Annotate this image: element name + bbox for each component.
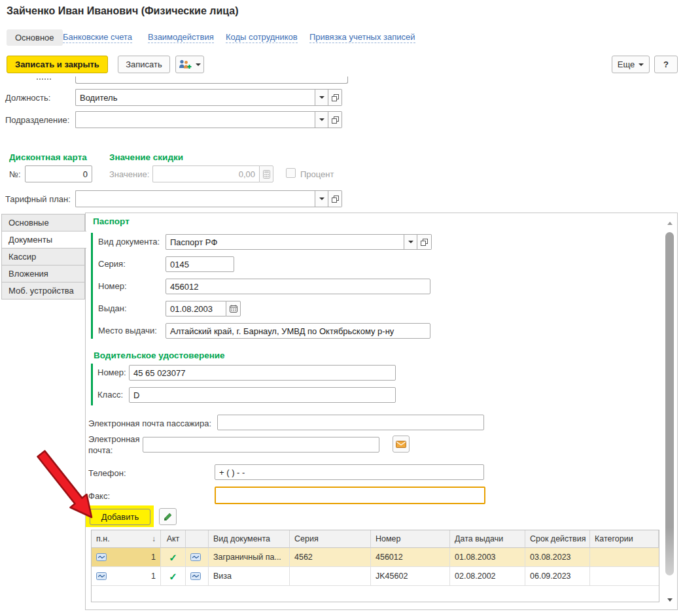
passport-number-label: Номер: <box>98 281 127 291</box>
table-row[interactable]: 1 ✓ Заграничный па... 4562 456012 01.08.… <box>92 548 659 567</box>
tab-employee-codes[interactable]: Коды сотрудников <box>226 32 298 43</box>
row-valid-until: 06.09.2023 <box>525 567 590 586</box>
discount-value-field: 0,00 <box>152 165 273 182</box>
more-button[interactable]: Еще <box>612 56 650 73</box>
department-open-button[interactable] <box>328 111 342 128</box>
open-icon <box>332 94 339 101</box>
license-class-input[interactable]: D <box>129 387 396 403</box>
open-icon <box>421 239 428 246</box>
scrollbar-thumb[interactable] <box>665 232 674 575</box>
tab-interactions[interactable]: Взаимодействия <box>148 32 214 43</box>
side-tab-mobile-devices[interactable]: Моб. устройства <box>1 282 85 299</box>
record-icon <box>96 553 107 561</box>
column-header-valid-until[interactable]: Срок действия <box>525 530 590 548</box>
chevron-down-icon <box>196 63 201 66</box>
row-series <box>290 567 371 586</box>
position-dropdown-button[interactable] <box>315 89 328 106</box>
series-input[interactable]: 0145 <box>166 256 234 272</box>
row-doc-type: Виза <box>209 567 290 586</box>
tariff-open-button[interactable] <box>328 190 342 207</box>
doc-type-label: Вид документа: <box>98 237 160 247</box>
department-field[interactable] <box>75 111 342 128</box>
passport-number-input[interactable]: 456012 <box>166 279 430 294</box>
side-tab-documents[interactable]: Документы <box>1 231 86 248</box>
passenger-email-input[interactable] <box>217 415 484 430</box>
calendar-icon <box>230 305 237 313</box>
issued-date-input[interactable]: 01.08.2003 <box>166 301 226 317</box>
column-header-num-label: п.н. <box>96 534 110 543</box>
person-add-icon <box>179 60 192 69</box>
chevron-down-icon <box>408 241 413 243</box>
column-header-issue-date[interactable]: Дата выдачи <box>450 530 525 548</box>
passenger-email-label: Электронная почта пассажира: <box>88 419 211 428</box>
side-tab-attachments[interactable]: Вложения <box>1 265 85 282</box>
row-valid-until: 03.08.2023 <box>525 548 590 567</box>
phone-input[interactable]: + ( ) - - <box>215 464 484 480</box>
chevron-down-icon <box>319 118 324 121</box>
clipped-input[interactable] <box>75 77 348 84</box>
tariff-input[interactable] <box>75 190 315 207</box>
check-icon: ✓ <box>169 572 177 581</box>
calculator-icon <box>263 170 270 179</box>
tab-main[interactable]: Основное <box>7 29 63 46</box>
department-input[interactable] <box>75 111 315 128</box>
doc-type-dropdown-button[interactable] <box>404 234 417 250</box>
column-header-act[interactable]: Акт <box>161 530 186 548</box>
open-icon <box>332 196 339 203</box>
create-user-button[interactable] <box>175 56 204 73</box>
save-button[interactable]: Записать <box>118 56 170 73</box>
department-dropdown-button[interactable] <box>315 111 328 128</box>
tariff-dropdown-button[interactable] <box>315 190 328 207</box>
issue-place-label: Место выдачи: <box>98 326 157 335</box>
tariff-label: Тарифный план: <box>5 194 71 204</box>
discount-value-header: Значение скидки <box>109 152 183 162</box>
column-header-num[interactable]: п.н. ↓ <box>92 530 161 548</box>
column-header-icon[interactable] <box>186 530 209 548</box>
edit-document-button[interactable] <box>159 508 177 525</box>
fax-input[interactable] <box>215 487 485 504</box>
chevron-down-icon <box>639 63 644 66</box>
table-empty-row[interactable] <box>92 586 659 602</box>
column-header-categories[interactable]: Категории <box>590 530 659 548</box>
chevron-down-icon <box>319 96 324 99</box>
issued-field[interactable]: 01.08.2003 <box>166 301 241 317</box>
sort-desc-icon: ↓ <box>152 534 156 543</box>
doc-type-open-button[interactable] <box>417 234 432 250</box>
row-issue-date: 02.08.2002 <box>450 567 525 586</box>
doc-type-input[interactable]: Паспорт РФ <box>166 234 404 250</box>
column-header-doc-type[interactable]: Вид документа <box>209 530 290 548</box>
help-button[interactable]: ? <box>654 56 678 73</box>
row-doc-type: Заграничный па... <box>209 548 290 567</box>
tab-bank-accounts[interactable]: Банковские счета <box>63 32 132 43</box>
tab-account-binding[interactable]: Привязка учетных записей <box>309 32 415 43</box>
table-row[interactable]: 1 ✓ Виза JK45602 02.08.2002 06.09.2023 <box>92 567 659 586</box>
license-number-input[interactable]: 45 65 023077 <box>129 365 396 381</box>
column-header-series[interactable]: Серия <box>290 530 371 548</box>
issue-place-input[interactable]: Алтайский край, г. Барнаул, УМВД по Октя… <box>166 323 430 339</box>
column-header-number[interactable]: Номер <box>371 530 450 548</box>
check-icon: ✓ <box>169 553 177 562</box>
add-document-button[interactable]: Добавить <box>90 509 150 525</box>
position-open-button[interactable] <box>328 89 342 106</box>
email-input[interactable] <box>143 437 379 453</box>
scroll-up-icon[interactable] <box>667 222 673 225</box>
position-field[interactable]: Водитель <box>75 89 342 106</box>
issued-calendar-button[interactable] <box>226 301 241 317</box>
send-email-button[interactable] <box>393 436 410 453</box>
card-number-input[interactable]: 0 <box>25 165 92 182</box>
save-and-close-button[interactable]: Записать и закрыть <box>7 56 108 73</box>
discount-value-label: Значение: <box>109 169 149 179</box>
doc-type-field[interactable]: Паспорт РФ <box>166 234 432 250</box>
row-number: JK45602 <box>371 567 450 586</box>
annotation-arrow-icon <box>36 449 98 522</box>
calculator-button <box>259 165 273 182</box>
scroll-down-icon[interactable] <box>667 598 673 602</box>
passport-header: Паспорт <box>93 216 130 226</box>
position-label: Должность: <box>5 93 50 103</box>
side-tab-cashier[interactable]: Кассир <box>1 248 85 265</box>
side-tab-main[interactable]: Основные <box>1 214 85 231</box>
open-icon <box>332 116 339 124</box>
license-number-label: Номер: <box>97 368 126 377</box>
tariff-field[interactable] <box>75 190 342 207</box>
position-input[interactable]: Водитель <box>75 89 315 106</box>
